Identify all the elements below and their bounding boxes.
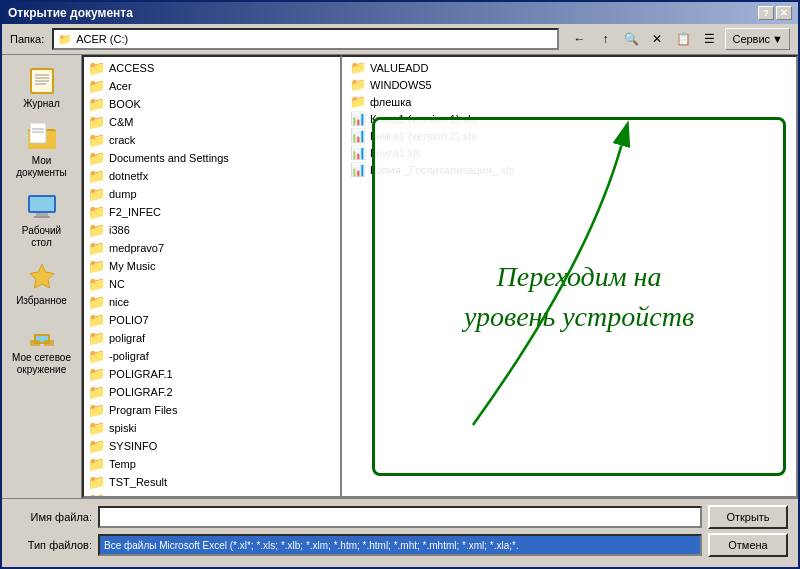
- title-bar-buttons: ? ✕: [758, 6, 792, 20]
- folder-item[interactable]: 📁 NC: [84, 275, 340, 293]
- excel-icon: 📊: [350, 128, 366, 143]
- favorites-label: Избранное: [16, 295, 67, 306]
- folder-icon: 📁: [88, 96, 105, 112]
- folder-item[interactable]: 📁 medpravo7: [84, 239, 340, 257]
- sidebar-item-my-docs[interactable]: Моидокументы: [4, 116, 79, 184]
- svg-rect-9: [30, 123, 46, 143]
- filetype-select[interactable]: Все файлы Microsoft Excel (*.xl*; *.xls;…: [98, 534, 702, 556]
- folder-item[interactable]: 📁 POLIGRAF.1: [84, 365, 340, 383]
- file-item[interactable]: 📊 Книга1.xls: [342, 144, 796, 161]
- network-label: Мое сетевоеокружение: [12, 352, 71, 376]
- location-text: ACER (C:): [76, 33, 128, 45]
- folder-item[interactable]: 📁 POLIO7: [84, 311, 340, 329]
- folder-item[interactable]: 📁 My Music: [84, 257, 340, 275]
- file-item[interactable]: 📁 WINDOWS5: [342, 76, 796, 93]
- folder-item[interactable]: 📁 Documents and Settings: [84, 149, 340, 167]
- sidebar-item-network[interactable]: Мое сетевоеокружение: [4, 313, 79, 381]
- location-dropdown[interactable]: 📁 ACER (C:): [52, 28, 559, 50]
- folder-item[interactable]: 📁 SYSINFO: [84, 437, 340, 455]
- file-item[interactable]: 📁 VALUEADD: [342, 59, 796, 76]
- folder-item[interactable]: 📁 crack: [84, 131, 340, 149]
- folder-icon: 📁: [350, 94, 366, 109]
- view-button[interactable]: ☰: [697, 28, 721, 50]
- folder-item[interactable]: 📁 Acer: [84, 77, 340, 95]
- file-item[interactable]: 📊 Копия _Госпитализация_.xls: [342, 161, 796, 178]
- folder-icon: 📁: [88, 114, 105, 130]
- filename-label: Имя файла:: [12, 511, 92, 523]
- folder-icon: 📁: [350, 60, 366, 75]
- sidebar: Журнал Моидокументы: [2, 55, 82, 498]
- folder-item[interactable]: 📁 Temp: [84, 455, 340, 473]
- excel-icon: 📊: [350, 111, 366, 126]
- folder-icon: 📁: [88, 168, 105, 184]
- folder-item[interactable]: 📁 POLIGRAF.2: [84, 383, 340, 401]
- my-docs-icon: [26, 121, 58, 153]
- folder-icon: 📁: [88, 60, 105, 76]
- folder-icon: 📁: [88, 240, 105, 256]
- folder-icon: 📁: [88, 294, 105, 310]
- folder-icon: 📁: [88, 132, 105, 148]
- filename-input[interactable]: [98, 506, 702, 528]
- folder-item[interactable]: 📁 nice: [84, 293, 340, 311]
- folder-item[interactable]: 📁 F2_INFEC: [84, 203, 340, 221]
- folder-item[interactable]: 📁 BOOK: [84, 95, 340, 113]
- folder-item[interactable]: 📁 C&M: [84, 113, 340, 131]
- folder-item[interactable]: 📁 TST_Result: [84, 473, 340, 491]
- folder-icon: 📁: [88, 348, 105, 364]
- desktop-label: Рабочийстол: [22, 225, 61, 249]
- toolbar: Папка: 📁 ACER (C:) ← ↑ 🔍 ✕ 📋 ☰ Сервис ▼: [2, 24, 798, 55]
- folder-icon: 📁: [88, 222, 105, 238]
- svg-marker-16: [30, 264, 54, 288]
- folder-icon: 📁: [88, 204, 105, 220]
- folder-item[interactable]: 📁 dump: [84, 185, 340, 203]
- close-button[interactable]: ✕: [776, 6, 792, 20]
- folder-icon: 📁: [88, 456, 105, 472]
- filename-row: Имя файла: Открыть: [12, 505, 788, 529]
- help-button[interactable]: ?: [758, 6, 774, 20]
- folder-item[interactable]: 📁 -poligraf: [84, 347, 340, 365]
- files-panel[interactable]: 📁 VALUEADD 📁 WINDOWS5 📁 флешка 📊 Книга1 …: [342, 55, 798, 498]
- sidebar-item-desktop[interactable]: Рабочийстол: [4, 186, 79, 254]
- back-button[interactable]: ←: [567, 28, 591, 50]
- service-arrow-icon: ▼: [772, 33, 783, 45]
- new-folder-button[interactable]: 📋: [671, 28, 695, 50]
- filetype-label: Тип файлов:: [12, 539, 92, 551]
- folder-icon: 📁: [88, 438, 105, 454]
- service-menu-button[interactable]: Сервис ▼: [725, 28, 790, 50]
- excel-icon: 📊: [350, 145, 366, 160]
- up-button[interactable]: ↑: [593, 28, 617, 50]
- svg-rect-15: [34, 216, 50, 218]
- folder-icon: 📁: [88, 276, 105, 292]
- folder-item[interactable]: 📁 ACCESS: [84, 59, 340, 77]
- file-item[interactable]: 📊 Книга1 (version 2).xls: [342, 127, 796, 144]
- folder-icon: 📁: [88, 474, 105, 490]
- folder-item[interactable]: 📁 i386: [84, 221, 340, 239]
- sidebar-item-journal[interactable]: Журнал: [4, 59, 79, 114]
- service-label: Сервис: [732, 33, 770, 45]
- cancel-button[interactable]: Отмена: [708, 533, 788, 557]
- desktop-icon: [26, 191, 58, 223]
- folder-icon: 📁: [88, 78, 105, 94]
- folder-item[interactable]: 📁 poligraf: [84, 329, 340, 347]
- network-icon: [26, 318, 58, 350]
- favorites-icon: [26, 261, 58, 293]
- file-item[interactable]: 📊 Книга1 (version 1).xls: [342, 110, 796, 127]
- sidebar-item-favorites[interactable]: Избранное: [4, 256, 79, 311]
- open-button-group: Открыть: [708, 505, 788, 529]
- delete-button[interactable]: ✕: [645, 28, 669, 50]
- location-label: Папка:: [10, 33, 44, 45]
- open-button[interactable]: Открыть: [708, 505, 788, 529]
- folder-panel[interactable]: 📁 ACCESS 📁 Acer 📁 BOOK 📁 C&M 📁 cr: [82, 55, 342, 498]
- location-folder-icon: 📁: [58, 33, 72, 46]
- excel-icon: 📊: [350, 162, 366, 177]
- folder-icon: 📁: [350, 77, 366, 92]
- folder-item[interactable]: 📁 Program Files: [84, 401, 340, 419]
- search-button[interactable]: 🔍: [619, 28, 643, 50]
- folder-item[interactable]: 📁 spiski: [84, 419, 340, 437]
- open-document-dialog: Открытие документа ? ✕ Папка: 📁 ACER (C:…: [0, 0, 800, 569]
- filetype-text: Все файлы Microsoft Excel (*.xl*; *.xls;…: [104, 540, 519, 551]
- folder-item[interactable]: 📁 dotnetfx: [84, 167, 340, 185]
- folder-icon: 📁: [88, 150, 105, 166]
- file-item[interactable]: 📁 флешка: [342, 93, 796, 110]
- folder-item[interactable]: 📁 Utkonos: [84, 491, 340, 498]
